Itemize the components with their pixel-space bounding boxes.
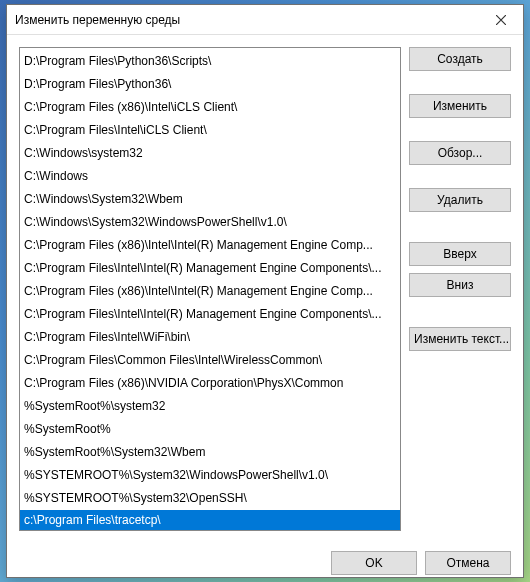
ok-button[interactable]: OK bbox=[331, 551, 417, 575]
list-item[interactable]: %SystemRoot%\System32\Wbem bbox=[20, 441, 400, 464]
list-item[interactable]: C:\Program Files (x86)\Intel\iCLS Client… bbox=[20, 96, 400, 119]
move-down-button[interactable]: Вниз bbox=[409, 273, 511, 297]
titlebar: Изменить переменную среды bbox=[7, 5, 523, 35]
list-item[interactable]: C:\Program Files\Common Files\Intel\Wire… bbox=[20, 349, 400, 372]
list-item[interactable]: C:\Windows bbox=[20, 165, 400, 188]
move-up-button[interactable]: Вверх bbox=[409, 242, 511, 266]
list-item[interactable]: C:\Program Files\Intel\WiFi\bin\ bbox=[20, 326, 400, 349]
list-item[interactable]: C:\Program Files\Intel\iCLS Client\ bbox=[20, 119, 400, 142]
edit-button[interactable]: Изменить bbox=[409, 94, 511, 118]
path-listbox[interactable]: D:\Program Files\Python36\Scripts\D:\Pro… bbox=[19, 47, 401, 531]
list-item[interactable]: C:\Program Files\Intel\Intel(R) Manageme… bbox=[20, 303, 400, 326]
list-item[interactable]: %SYSTEMROOT%\System32\OpenSSH\ bbox=[20, 487, 400, 510]
list-item[interactable]: C:\Program Files (x86)\Intel\Intel(R) Ma… bbox=[20, 234, 400, 257]
new-button[interactable]: Создать bbox=[409, 47, 511, 71]
list-item[interactable]: C:\Program Files (x86)\Intel\Intel(R) Ma… bbox=[20, 280, 400, 303]
list-item[interactable]: C:\Windows\system32 bbox=[20, 142, 400, 165]
client-area: D:\Program Files\Python36\Scripts\D:\Pro… bbox=[7, 35, 523, 582]
cancel-button[interactable]: Отмена bbox=[425, 551, 511, 575]
main-area: D:\Program Files\Python36\Scripts\D:\Pro… bbox=[19, 47, 511, 531]
delete-button[interactable]: Удалить bbox=[409, 188, 511, 212]
edit-text-button[interactable]: Изменить текст... bbox=[409, 327, 511, 351]
list-item[interactable]: D:\Program Files\Python36\ bbox=[20, 73, 400, 96]
dialog-window: Изменить переменную среды D:\Program Fil… bbox=[6, 4, 524, 578]
path-edit-input[interactable] bbox=[20, 510, 400, 530]
list-item[interactable]: %SYSTEMROOT%\System32\WindowsPowerShell\… bbox=[20, 464, 400, 487]
list-item[interactable]: %SystemRoot% bbox=[20, 418, 400, 441]
button-column: Создать Изменить Обзор... Удалить Вверх … bbox=[409, 47, 511, 531]
list-item[interactable]: C:\Program Files (x86)\NVIDIA Corporatio… bbox=[20, 372, 400, 395]
window-title: Изменить переменную среды bbox=[15, 13, 478, 27]
dialog-footer: OK Отмена bbox=[19, 531, 511, 579]
browse-button[interactable]: Обзор... bbox=[409, 141, 511, 165]
list-item[interactable]: C:\Windows\System32\WindowsPowerShell\v1… bbox=[20, 211, 400, 234]
list-item-editing[interactable] bbox=[20, 510, 400, 530]
close-icon bbox=[496, 15, 506, 25]
list-item[interactable]: D:\Program Files\Python36\Scripts\ bbox=[20, 50, 400, 73]
close-button[interactable] bbox=[478, 5, 523, 34]
list-item[interactable]: C:\Program Files\Intel\Intel(R) Manageme… bbox=[20, 257, 400, 280]
list-item[interactable]: C:\Windows\System32\Wbem bbox=[20, 188, 400, 211]
list-item[interactable]: %SystemRoot%\system32 bbox=[20, 395, 400, 418]
